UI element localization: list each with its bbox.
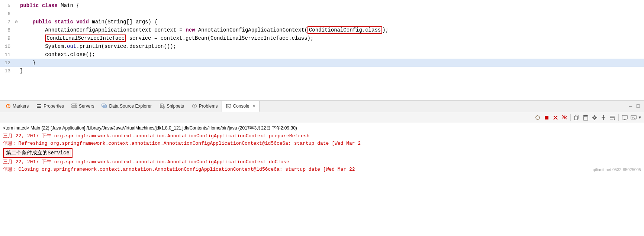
- svg-point-39: [593, 117, 596, 119]
- line-number-10: 10: [0, 44, 15, 49]
- tab-snippets-label: Snippets: [167, 104, 184, 109]
- console-log-3-container: 第二个条件成立的Service: [3, 148, 641, 158]
- svg-rect-5: [37, 107, 41, 108]
- svg-point-22: [194, 107, 195, 108]
- code-editor: 5 public class Main { 6 7 ⊖ public stati…: [0, 0, 644, 100]
- tab-datasource[interactable]: Data Source Explorer: [98, 101, 155, 112]
- toolbar-pin-btn[interactable]: [599, 114, 608, 122]
- code-line-13: 13 }: [0, 67, 644, 75]
- console-section: ▼ <terminated> Main (22) [Java Applicati…: [0, 112, 644, 223]
- properties-icon: [36, 103, 42, 109]
- toolbar-reconnect-btn[interactable]: [534, 114, 542, 122]
- tab-bar: Markers Properties Servers Data Source E…: [0, 100, 644, 112]
- line-marker-7: ⊖: [15, 19, 20, 25]
- line-content-7: public static void main(String[] args) {: [20, 19, 644, 25]
- console-highlight-text: 第二个条件成立的Service: [3, 148, 73, 158]
- markers-icon: [5, 103, 11, 109]
- svg-rect-27: [545, 116, 548, 119]
- line-number-5: 5: [0, 3, 15, 9]
- toolbar-paste-btn[interactable]: [582, 114, 590, 122]
- tab-console-label: Console: [233, 104, 249, 109]
- toolbar-dropdown-arrow[interactable]: ▼: [638, 115, 641, 120]
- line-content-5: public class Main {: [20, 3, 644, 9]
- line-number-9: 9: [0, 36, 15, 41]
- console-log-2-container: 信息: Refreshing org.springframework.conte…: [3, 140, 641, 147]
- svg-rect-35: [574, 116, 577, 120]
- tab-console-close[interactable]: ✕: [252, 104, 255, 108]
- tab-servers-label: Servers: [79, 104, 94, 109]
- code-line-7: 7 ⊖ public static void main(String[] arg…: [0, 18, 644, 26]
- toolbar-remove-all-btn[interactable]: [560, 114, 569, 122]
- line-content-9: ConditinalServiceInteface service = cont…: [20, 35, 644, 41]
- toolbar-remove-btn[interactable]: [551, 114, 560, 122]
- console-output: <terminated> Main (22) [Java Application…: [0, 123, 644, 223]
- svg-rect-4: [37, 106, 41, 106]
- toolbar-open-console-btn[interactable]: [629, 114, 638, 122]
- line-content-10: System.out.println(service.description()…: [20, 43, 644, 49]
- problems-icon: [191, 103, 197, 109]
- line-number-6: 6: [0, 11, 15, 17]
- line-content-12: }: [20, 60, 644, 66]
- console-log-1: 三月 22, 2017 下午 org.springframework.conte…: [3, 132, 641, 140]
- line-number-12: 12: [0, 60, 15, 66]
- console-log-5-container: 信息: Closing org.springframework.context.…: [3, 166, 641, 173]
- line-content-11: context.close();: [20, 52, 644, 58]
- code-line-8: 8 AnnotationConfigApplicationContext con…: [0, 26, 644, 34]
- line-number-8: 8: [0, 27, 15, 33]
- code-line-12: 12 }: [0, 59, 644, 67]
- watermark: qilianit.net 0532-85025005: [593, 167, 641, 172]
- toolbar-sep-2: [618, 114, 619, 121]
- tab-servers[interactable]: Servers: [68, 101, 98, 112]
- tab-bar-controls: — □: [628, 103, 643, 109]
- snippets-icon: [159, 103, 165, 109]
- minimize-button[interactable]: —: [628, 103, 634, 109]
- svg-point-8: [75, 104, 76, 105]
- console-toolbar-buttons: ▼: [534, 114, 641, 122]
- line-number-13: 13: [0, 68, 15, 74]
- code-line-10: 10 System.out.println(service.descriptio…: [0, 42, 644, 50]
- tab-markers-label: Markers: [13, 104, 29, 109]
- toolbar-scroll-lock-btn[interactable]: [608, 114, 616, 122]
- toolbar-properties-btn[interactable]: [590, 114, 599, 122]
- svg-marker-46: [603, 115, 604, 116]
- tab-problems-label: Problems: [199, 104, 218, 109]
- console-toolbar: ▼: [0, 112, 644, 123]
- svg-rect-3: [37, 104, 41, 105]
- tab-properties[interactable]: Properties: [32, 101, 68, 112]
- tab-properties-label: Properties: [44, 104, 64, 109]
- servers-icon: [71, 103, 77, 109]
- maximize-button[interactable]: □: [635, 103, 641, 109]
- tab-markers[interactable]: Markers: [1, 101, 32, 112]
- code-line-6: 6: [0, 10, 644, 18]
- tab-console[interactable]: Console ✕: [222, 101, 260, 112]
- console-icon: [226, 103, 232, 109]
- toolbar-display-btn[interactable]: [621, 114, 629, 122]
- line-number-11: 11: [0, 52, 15, 58]
- tab-problems[interactable]: Problems: [188, 101, 222, 112]
- svg-point-2: [8, 107, 9, 108]
- code-line-5: 5 public class Main {: [0, 1, 644, 10]
- code-lines: 5 public class Main { 6 7 ⊖ public stati…: [0, 0, 644, 100]
- line-content-8: AnnotationConfigApplicationContext conte…: [20, 27, 644, 33]
- code-line-11: 11 context.close();: [0, 50, 644, 59]
- line-number-7: 7: [0, 19, 15, 25]
- tab-datasource-label: Data Source Explorer: [109, 104, 152, 109]
- line-content-13: }: [20, 68, 644, 74]
- svg-point-9: [75, 106, 76, 107]
- toolbar-sep-1: [570, 114, 571, 121]
- tab-snippets[interactable]: Snippets: [155, 101, 188, 112]
- console-log-2: 信息: Refreshing org.springframework.conte…: [3, 140, 361, 147]
- svg-rect-51: [622, 115, 627, 119]
- svg-rect-38: [584, 115, 587, 117]
- datasource-icon: [102, 103, 107, 109]
- svg-marker-50: [614, 118, 615, 120]
- console-header: <terminated> Main (22) [Java Application…: [3, 124, 641, 132]
- console-log-4: 三月 22, 2017 下午 org.springframework.conte…: [3, 158, 641, 166]
- code-line-9: 9 ConditinalServiceInteface service = co…: [0, 34, 644, 42]
- toolbar-copy-btn[interactable]: [573, 114, 581, 122]
- toolbar-stop-btn[interactable]: [542, 114, 551, 122]
- console-log-5: 信息: Closing org.springframework.context.…: [3, 166, 589, 173]
